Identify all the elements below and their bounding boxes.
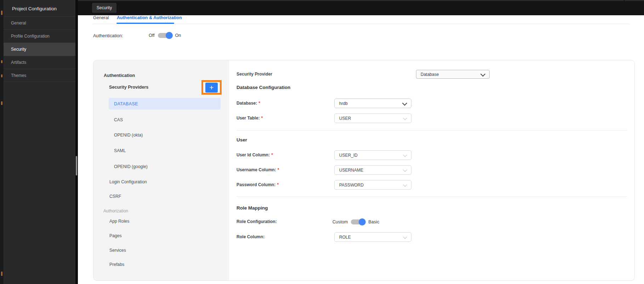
user-table-row: User Table:* USER: [236, 113, 627, 123]
nav-item-login-configuration[interactable]: Login Configuration: [109, 179, 147, 184]
nav-item-prefabs[interactable]: Prefabs: [109, 262, 124, 267]
add-provider-highlight-frame: +: [201, 80, 222, 95]
role-column-value: ROLE: [339, 235, 351, 240]
user-table-value: USER: [339, 116, 351, 121]
left-edge-strip: [0, 0, 4, 284]
section-divider: [236, 196, 627, 197]
database-label: Database:: [236, 101, 257, 106]
nav-item-services[interactable]: Services: [109, 248, 126, 253]
browser-chrome-notch: [624, 0, 625, 1]
browser-chrome-edge: [0, 0, 644, 1]
required-asterisk: *: [277, 182, 279, 187]
user-table-select[interactable]: USER: [334, 113, 411, 123]
chevron-down-icon: [403, 183, 407, 186]
nav-item-app-roles[interactable]: App Roles: [109, 219, 129, 224]
toggle-knob: [359, 218, 366, 225]
security-provider-row: Security Provider Database: [236, 70, 627, 79]
sidebar-item-label: Profile Configuration: [11, 34, 50, 39]
sidebar-item-themes[interactable]: Themes: [4, 69, 75, 82]
authentication-toggle[interactable]: [158, 33, 172, 38]
toggle-on-label: On: [175, 33, 181, 38]
edge-icon-fragment: [1, 74, 2, 77]
user-heading: User: [236, 137, 247, 143]
database-row: Database:* hrdb: [236, 99, 627, 108]
nav-security-providers-header: Security Providers: [109, 85, 148, 90]
chevron-down-icon: [403, 235, 407, 239]
edge-icon-fragment: [1, 60, 2, 63]
role-configuration-toggle-group: Custom Basic: [332, 218, 379, 226]
edge-icon-fragment: [1, 11, 2, 15]
required-asterisk: *: [261, 116, 263, 121]
security-provider-select[interactable]: Database: [416, 70, 490, 79]
nav-item-pages[interactable]: Pages: [109, 233, 122, 238]
top-bar: Security: [0, 0, 644, 15]
security-settings-card: Authentication Security Providers + DATA…: [93, 60, 635, 281]
chevron-down-icon: [402, 101, 407, 106]
tab-authentication-authorization[interactable]: Authentication & Authorization: [117, 15, 182, 20]
password-column-select[interactable]: PASSWORD: [334, 180, 411, 190]
nav-provider-label: DATABASE: [114, 101, 138, 106]
chevron-down-icon: [403, 153, 407, 157]
nav-provider-openid-okta[interactable]: OPENID (okta): [114, 133, 143, 138]
app-window: Security Project Configuration General P…: [0, 0, 644, 284]
database-select[interactable]: hrdb: [334, 99, 411, 108]
toggle-knob: [166, 32, 173, 39]
required-asterisk: *: [278, 167, 279, 172]
password-column-row: Password Column:* PASSWORD: [236, 180, 627, 190]
add-provider-button[interactable]: +: [205, 83, 218, 93]
nav-provider-cas[interactable]: CAS: [114, 117, 123, 122]
user-id-column-select[interactable]: USER_ID: [334, 150, 411, 160]
chevron-down-icon: [480, 72, 485, 77]
nav-provider-openid-google[interactable]: OPENID (google): [114, 164, 148, 169]
toggle-off-label: Off: [149, 33, 155, 38]
nav-section-authorization: Authorization: [103, 208, 128, 213]
chevron-down-icon: [403, 116, 407, 120]
plus-icon: +: [209, 84, 213, 91]
role-configuration-label: Role Configuration:: [236, 219, 277, 224]
role-column-label: Role Column:: [236, 234, 264, 239]
required-asterisk: *: [258, 101, 260, 106]
role-column-select[interactable]: ROLE: [334, 232, 411, 242]
sidebar-title: Project Configuration: [12, 6, 57, 11]
sidebar-item-artifacts[interactable]: Artifacts: [4, 56, 75, 69]
edge-icon-fragment: [1, 101, 2, 105]
user-id-column-value: USER_ID: [339, 153, 358, 158]
chevron-down-icon: [403, 168, 407, 172]
edge-icon-fragment: [1, 272, 2, 276]
required-asterisk: *: [271, 152, 273, 157]
database-configuration-heading: Database Configuration: [236, 85, 290, 90]
password-column-value: PASSWORD: [339, 183, 364, 188]
nav-item-csrf[interactable]: CSRF: [109, 194, 121, 199]
role-mapping-heading: Role Mapping: [236, 205, 268, 211]
vertical-scrollbar-thumb[interactable]: [76, 156, 77, 176]
role-column-row: Role Column: ROLE: [236, 232, 627, 242]
nav-section-authentication: Authentication: [104, 73, 135, 78]
authentication-label: Authentication:: [93, 33, 149, 38]
user-id-column-row: User Id Column:* USER_ID: [236, 150, 627, 160]
username-column-select[interactable]: USERNAME: [334, 165, 411, 175]
user-table-label: User Table:: [236, 116, 260, 121]
role-configuration-row: Role Configuration: Custom Basic: [236, 218, 627, 226]
sidebar-item-label: Artifacts: [11, 60, 26, 65]
sidebar-item-label: Themes: [11, 73, 26, 78]
authentication-toggle-row: Authentication: Off On: [93, 32, 181, 39]
section-divider: [236, 130, 627, 130]
username-column-label: Username Column:: [236, 167, 276, 172]
sidebar-item-general[interactable]: General: [4, 16, 75, 29]
database-value: hrdb: [339, 101, 348, 106]
sidebar-item-label: General: [11, 21, 26, 26]
security-provider-value: Database: [421, 72, 439, 77]
username-column-row: Username Column:* USERNAME: [236, 165, 627, 175]
nav-provider-database[interactable]: DATABASE: [109, 98, 221, 110]
tab-bar-divider: [92, 24, 630, 24]
role-configuration-toggle[interactable]: [351, 219, 365, 225]
sidebar-item-label: Security: [11, 47, 26, 52]
sidebar-item-profile-configuration[interactable]: Profile Configuration: [4, 29, 75, 43]
sidebar-gutter: [75, 0, 78, 284]
sidebar-item-security[interactable]: Security: [4, 43, 75, 56]
tab-security-chip[interactable]: Security: [92, 3, 116, 13]
tab-general[interactable]: General: [93, 15, 109, 20]
password-column-label: Password Column:: [236, 182, 275, 187]
nav-provider-saml[interactable]: SAML: [114, 148, 126, 153]
security-provider-label: Security Provider: [236, 72, 272, 77]
